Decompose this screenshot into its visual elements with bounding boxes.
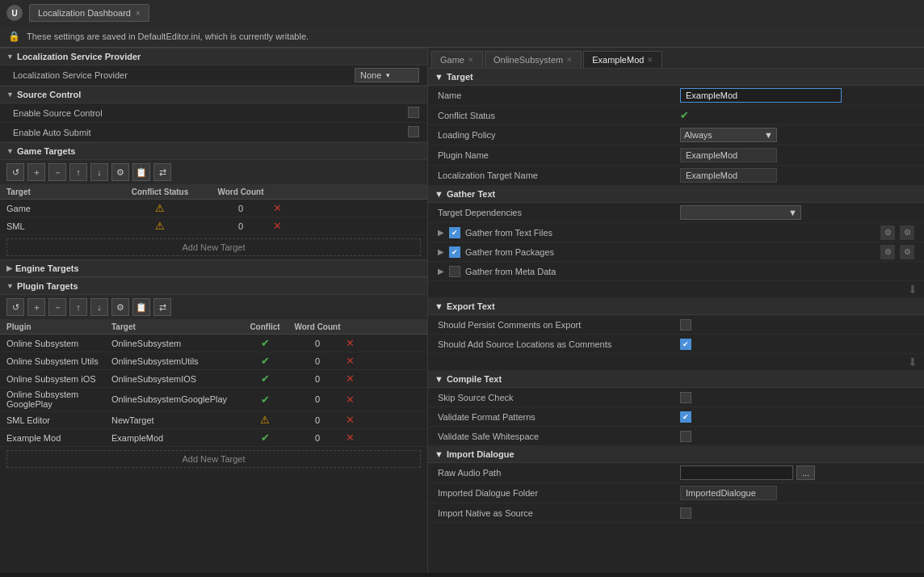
plugin-delete[interactable]: ✕ bbox=[346, 414, 362, 426]
source-control-title: Source Control bbox=[17, 90, 81, 99]
persist-comments-cb[interactable] bbox=[680, 319, 691, 331]
localization-service-header[interactable]: ▼ Localization Service Provider bbox=[0, 48, 427, 65]
provider-dropdown[interactable]: None ▼ bbox=[355, 68, 419, 82]
delete-icon[interactable]: ✕ bbox=[346, 432, 355, 444]
plugin-delete[interactable]: ✕ bbox=[346, 394, 362, 406]
game-row[interactable]: Game ⚠ 0 ✕ bbox=[0, 200, 427, 217]
delete-icon[interactable]: ✕ bbox=[346, 337, 355, 349]
raw-audio-browse-btn[interactable]: ... bbox=[796, 465, 815, 480]
settings-btn[interactable]: ⚙ bbox=[111, 298, 129, 316]
up-btn[interactable]: ↑ bbox=[69, 298, 87, 316]
sml-delete[interactable]: ✕ bbox=[273, 220, 289, 232]
add-btn[interactable]: ＋ bbox=[27, 298, 45, 316]
target-section-header[interactable]: ▼ Target bbox=[428, 69, 924, 86]
expand-icon[interactable]: ▶ bbox=[438, 267, 444, 276]
import-native-value bbox=[680, 508, 914, 519]
plugin-target: OnlineSubsystem bbox=[111, 339, 241, 348]
gather-text-header[interactable]: ▼ Gather Text bbox=[428, 186, 924, 203]
validate-format-cb[interactable]: ✔ bbox=[680, 411, 691, 423]
sml-row[interactable]: SML ⚠ 0 ✕ bbox=[0, 217, 427, 235]
copy-btn[interactable]: 📋 bbox=[132, 163, 150, 181]
add-source-cb[interactable]: ✔ bbox=[680, 339, 691, 350]
plugin-row-4[interactable]: SML Editor NewTarget ⚠ 0 ✕ bbox=[0, 411, 427, 429]
tab-close-icon[interactable]: × bbox=[136, 9, 141, 18]
compile-text-header[interactable]: ▼ Compile Text bbox=[428, 371, 924, 388]
tab-example-mod[interactable]: ExampleMod ✕ bbox=[583, 51, 662, 68]
loading-policy-select[interactable]: Always ▼ bbox=[680, 128, 777, 142]
enable-source-cb[interactable] bbox=[408, 107, 419, 118]
copy-btn[interactable]: 📋 bbox=[132, 298, 150, 316]
plugin-row-0[interactable]: Online Subsystem OnlineSubsystem ✔ 0 ✕ bbox=[0, 335, 427, 352]
add-game-target[interactable]: Add New Target bbox=[6, 238, 421, 256]
tab-game[interactable]: Game ✕ bbox=[431, 51, 483, 68]
plugin-targets-header[interactable]: ▼ Plugin Targets bbox=[0, 277, 427, 295]
add-plugin-target[interactable]: Add New Target bbox=[6, 450, 421, 468]
plugin-delete[interactable]: ✕ bbox=[346, 432, 362, 444]
plugin-row-3[interactable]: Online Subsystem GooglePlay OnlineSubsys… bbox=[0, 388, 427, 411]
remove-btn[interactable]: － bbox=[48, 298, 66, 316]
export-text-header[interactable]: ▼ Export Text bbox=[428, 298, 924, 315]
arrow-icon: ▼ bbox=[435, 301, 443, 311]
settings-btn[interactable]: ⚙ bbox=[111, 163, 129, 181]
provider-dropdown-btn[interactable]: None ▼ bbox=[355, 68, 419, 82]
expand-icon[interactable]: ▶ bbox=[438, 228, 444, 237]
game-delete[interactable]: ✕ bbox=[273, 202, 289, 214]
refresh-btn[interactable]: ↺ bbox=[6, 163, 24, 181]
plugin-delete[interactable]: ✕ bbox=[346, 337, 362, 349]
auto-submit-checkbox[interactable] bbox=[408, 126, 419, 139]
localization-tab[interactable]: Localization Dashboard × bbox=[29, 4, 149, 22]
source-control-header[interactable]: ▼ Source Control bbox=[0, 86, 427, 103]
raw-audio-input[interactable] bbox=[680, 465, 793, 480]
plugin-row-2[interactable]: Online Subsystem iOS OnlineSubsystemIOS … bbox=[0, 370, 427, 388]
delete-icon[interactable]: ✕ bbox=[273, 202, 282, 214]
gather-text-files-cb[interactable]: ✔ bbox=[449, 227, 460, 238]
target-dep-select[interactable]: ▼ bbox=[680, 205, 801, 220]
refresh-btn[interactable]: ↺ bbox=[6, 298, 24, 316]
name-input[interactable] bbox=[680, 88, 842, 103]
skip-source-cb[interactable] bbox=[680, 392, 691, 403]
gather-packages-cb[interactable]: ✔ bbox=[449, 246, 460, 258]
down-btn[interactable]: ↓ bbox=[90, 163, 108, 181]
swap-btn[interactable]: ⇄ bbox=[153, 163, 171, 181]
up-btn[interactable]: ↑ bbox=[69, 163, 87, 181]
tab-example-close[interactable]: ✕ bbox=[647, 56, 653, 64]
remove-btn[interactable]: － bbox=[48, 163, 66, 181]
auto-submit-cb[interactable] bbox=[408, 126, 419, 137]
import-native-row: Import Native as Source bbox=[428, 503, 924, 523]
conflict-ok-icon: ✔ bbox=[680, 109, 689, 121]
col-target-header: Target bbox=[111, 322, 241, 331]
conflict-value-container: ✔ bbox=[680, 109, 914, 121]
plugin-row-1[interactable]: Online Subsystem Utils OnlineSubsystemUt… bbox=[0, 352, 427, 370]
gather-meta-cb[interactable] bbox=[449, 266, 460, 277]
swap-btn[interactable]: ⇄ bbox=[153, 298, 171, 316]
import-dialogue-header[interactable]: ▼ Import Dialogue bbox=[428, 446, 924, 463]
tab-online-close[interactable]: ✕ bbox=[566, 56, 573, 64]
plugin-name: Online Subsystem GooglePlay bbox=[6, 390, 111, 409]
plugin-name: Online Subsystem bbox=[6, 339, 111, 348]
delete-icon[interactable]: ✕ bbox=[346, 394, 355, 406]
game-targets-header[interactable]: ▼ Game Targets bbox=[0, 142, 427, 160]
gather-packages-icon2[interactable]: ⚙ bbox=[900, 245, 914, 259]
plugin-word: 0 bbox=[289, 394, 346, 404]
plugin-delete[interactable]: ✕ bbox=[346, 355, 362, 367]
engine-targets-header[interactable]: ▶ Engine Targets bbox=[0, 259, 427, 277]
tab-online-subsystem[interactable]: OnlineSubsystem ✕ bbox=[485, 51, 582, 68]
delete-icon[interactable]: ✕ bbox=[346, 414, 355, 426]
col-plugin-header: Plugin bbox=[6, 322, 111, 331]
import-native-cb[interactable] bbox=[680, 508, 691, 519]
delete-icon[interactable]: ✕ bbox=[346, 373, 355, 385]
enable-source-checkbox[interactable] bbox=[408, 107, 419, 120]
plugin-row-5[interactable]: Example Mod ExampleMod ✔ 0 ✕ bbox=[0, 429, 427, 447]
validate-whitespace-cb[interactable] bbox=[680, 431, 691, 442]
gather-text-files-icon[interactable]: ⚙ bbox=[880, 225, 895, 240]
add-btn[interactable]: ＋ bbox=[27, 163, 45, 181]
gather-packages-icon[interactable]: ⚙ bbox=[880, 245, 895, 259]
delete-icon[interactable]: ✕ bbox=[346, 355, 355, 367]
auto-submit-label: Enable Auto Submit bbox=[13, 128, 408, 137]
down-btn[interactable]: ↓ bbox=[90, 298, 108, 316]
expand-icon[interactable]: ▶ bbox=[438, 247, 444, 256]
delete-icon[interactable]: ✕ bbox=[273, 220, 282, 232]
plugin-delete[interactable]: ✕ bbox=[346, 373, 362, 385]
gather-text-files-icon2[interactable]: ⚙ bbox=[900, 225, 914, 240]
tab-game-close[interactable]: ✕ bbox=[468, 56, 474, 64]
